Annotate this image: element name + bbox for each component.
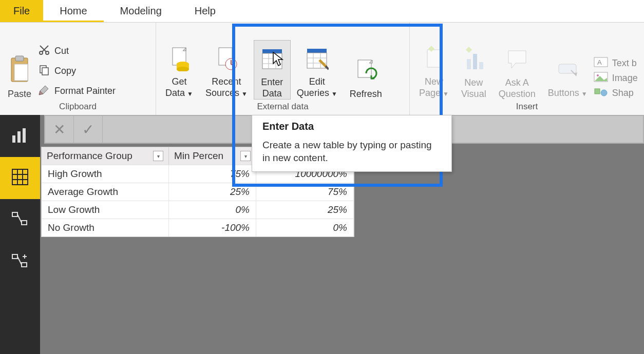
svg-rect-27 bbox=[467, 59, 471, 69]
image-icon bbox=[594, 72, 608, 85]
svg-rect-38 bbox=[17, 131, 21, 143]
shapes-icon bbox=[594, 87, 608, 100]
buttons-button[interactable]: Buttons▼ bbox=[542, 51, 594, 100]
new-visual-button[interactable]: New Visual bbox=[455, 41, 493, 100]
brush-icon bbox=[38, 84, 50, 99]
col-label: Performance Group bbox=[47, 150, 132, 162]
cell[interactable]: Average Growth bbox=[42, 183, 169, 201]
edit-table-icon bbox=[305, 43, 329, 74]
copy-label: Copy bbox=[54, 66, 76, 76]
get-data-label: Get Data▼ bbox=[165, 76, 193, 100]
ask-question-button[interactable]: Ask A Question bbox=[493, 41, 542, 100]
cut-label: Cut bbox=[54, 46, 69, 56]
cell[interactable]: 0% bbox=[256, 219, 354, 237]
cell[interactable]: 25% bbox=[256, 201, 354, 219]
cell[interactable]: High Growth bbox=[42, 165, 169, 183]
group-clipboard: Paste Cut Copy Format Painter Clipboard bbox=[0, 23, 156, 115]
svg-rect-6 bbox=[42, 68, 48, 75]
svg-rect-47 bbox=[12, 254, 17, 259]
svg-rect-28 bbox=[473, 54, 477, 69]
col-header-performance-group[interactable]: Performance Group ▾ bbox=[42, 147, 169, 165]
cell[interactable]: Low Growth bbox=[42, 201, 169, 219]
tooltip-enter-data: Enter Data Create a new table by typing … bbox=[252, 115, 452, 172]
format-painter-label: Format Painter bbox=[54, 86, 116, 96]
cell[interactable]: 75% bbox=[169, 165, 256, 183]
tab-file[interactable]: File bbox=[0, 0, 43, 22]
svg-rect-48 bbox=[22, 263, 27, 267]
svg-rect-2 bbox=[14, 64, 28, 81]
svg-rect-26 bbox=[427, 50, 441, 67]
format-painter-button[interactable]: Format Painter bbox=[36, 83, 118, 100]
table-row[interactable]: Low Growth0%25% bbox=[42, 201, 354, 219]
svg-rect-13 bbox=[262, 49, 282, 53]
database-icon bbox=[167, 43, 191, 74]
clipboard-icon bbox=[7, 55, 32, 86]
svg-text:A: A bbox=[597, 58, 602, 66]
paste-label: Paste bbox=[8, 89, 31, 100]
copy-button[interactable]: Copy bbox=[36, 63, 118, 80]
recent-icon bbox=[215, 43, 238, 74]
shapes-button[interactable]: Shap bbox=[594, 87, 638, 100]
edit-queries-label: Edit Queries▼ bbox=[297, 76, 337, 100]
speech-bubble-icon bbox=[505, 44, 529, 75]
svg-point-36 bbox=[601, 90, 607, 96]
ask-question-label: Ask A Question bbox=[499, 77, 536, 100]
tooltip-title: Enter Data bbox=[262, 121, 441, 132]
cancel-formula-button[interactable]: ✕ bbox=[45, 116, 74, 143]
refresh-icon bbox=[354, 55, 377, 86]
refresh-label: Refresh bbox=[350, 88, 382, 100]
image-label: Image bbox=[612, 73, 638, 84]
col-label: Min Percen bbox=[174, 150, 223, 162]
group-label-clipboard: Clipboard bbox=[3, 100, 153, 115]
table-row[interactable]: No Growth-100%0% bbox=[42, 219, 354, 237]
svg-rect-14 bbox=[262, 53, 282, 69]
col-header-min-percent[interactable]: Min Percen ▾ bbox=[169, 147, 256, 165]
paste-button[interactable]: Paste bbox=[3, 52, 36, 100]
svg-rect-40 bbox=[12, 169, 28, 185]
svg-rect-39 bbox=[23, 128, 26, 143]
table-icon bbox=[260, 44, 284, 74]
new-visual-label: New Visual bbox=[461, 77, 486, 100]
dropdown-icon[interactable]: ▾ bbox=[240, 151, 251, 161]
enter-data-label: Enter Data bbox=[261, 76, 283, 99]
left-nav bbox=[0, 115, 40, 354]
ribbon: Paste Cut Copy Format Painter Clipboard bbox=[0, 23, 644, 115]
tab-help[interactable]: Help bbox=[178, 0, 232, 22]
commit-formula-button[interactable]: ✓ bbox=[74, 116, 103, 143]
image-button[interactable]: Image bbox=[594, 72, 638, 85]
group-label-external: External data bbox=[159, 100, 406, 115]
edit-queries-button[interactable]: Edit Queries▼ bbox=[291, 40, 344, 100]
group-external-data: Get Data▼ Recent Sources▼ Enter Data Edi… bbox=[156, 23, 410, 115]
dropdown-icon[interactable]: ▾ bbox=[153, 151, 163, 161]
nav-model-2[interactable] bbox=[0, 241, 40, 283]
enter-data-button[interactable]: Enter Data bbox=[254, 40, 291, 100]
nav-data[interactable] bbox=[0, 157, 40, 199]
cell[interactable]: 0% bbox=[169, 201, 256, 219]
cut-button[interactable]: Cut bbox=[36, 43, 118, 60]
chart-sparkle-icon bbox=[462, 44, 485, 75]
tab-home[interactable]: Home bbox=[43, 0, 103, 22]
tooltip-body: Create a new table by typing or pasting … bbox=[262, 139, 441, 164]
recent-sources-button[interactable]: Recent Sources▼ bbox=[199, 40, 254, 100]
cell[interactable]: 75% bbox=[256, 183, 354, 201]
svg-rect-46 bbox=[22, 221, 27, 225]
svg-rect-19 bbox=[307, 49, 327, 53]
scissors-icon bbox=[38, 44, 50, 58]
get-data-button[interactable]: Get Data▼ bbox=[159, 40, 199, 100]
svg-point-34 bbox=[597, 74, 599, 76]
text-box-button[interactable]: A Text b bbox=[594, 57, 638, 70]
buttons-label: Buttons▼ bbox=[548, 87, 588, 100]
nav-report[interactable] bbox=[0, 115, 40, 157]
cell[interactable]: -100% bbox=[169, 219, 256, 237]
page-sparkle-icon bbox=[422, 43, 446, 74]
copy-icon bbox=[38, 64, 50, 78]
tab-modeling[interactable]: Modeling bbox=[104, 0, 178, 22]
table-row[interactable]: Average Growth25%75% bbox=[42, 183, 354, 201]
cell[interactable]: 25% bbox=[169, 183, 256, 201]
nav-model[interactable] bbox=[0, 199, 40, 241]
new-page-button[interactable]: New Page▼ bbox=[413, 40, 455, 100]
text-box-label: Text b bbox=[612, 58, 637, 69]
group-insert: New Page▼ New Visual Ask A Question Butt… bbox=[410, 23, 644, 115]
cell[interactable]: No Growth bbox=[42, 219, 169, 237]
refresh-button[interactable]: Refresh bbox=[344, 52, 388, 100]
